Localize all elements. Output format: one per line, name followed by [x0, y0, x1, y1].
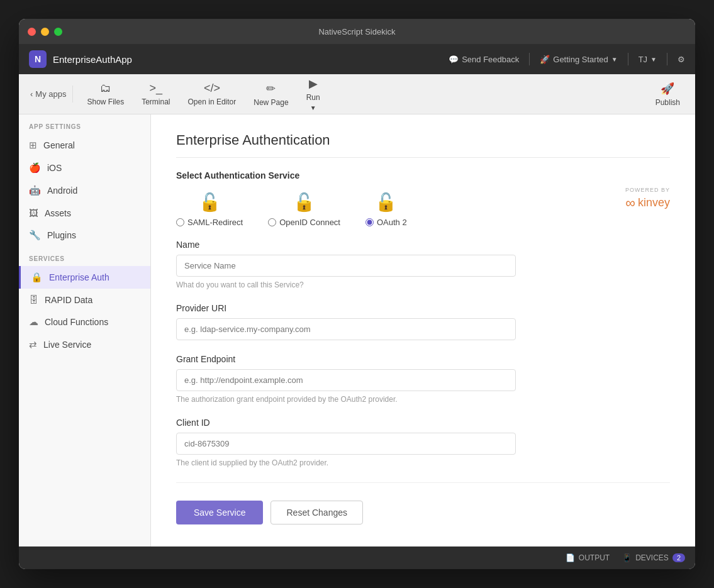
oauth2-radio-label[interactable]: OAuth 2: [365, 218, 407, 227]
sidebar-item-cloud-functions[interactable]: ☁ Cloud Functions: [19, 311, 150, 333]
chevron-left-icon: ‹: [30, 89, 33, 99]
openid-radio[interactable]: [268, 218, 276, 226]
back-to-myapps[interactable]: ‹ My apps: [24, 86, 73, 103]
name-hint: What do you want to call this Service?: [176, 280, 670, 289]
header-divider: [529, 53, 530, 65]
terminal-button[interactable]: >_ Terminal: [133, 77, 179, 111]
rapid-data-icon: 🗄: [29, 294, 38, 305]
header-actions: 💬 Send Feedback 🚀 Getting Started ▼ TJ ▼…: [449, 53, 685, 65]
name-label: Name: [176, 240, 670, 250]
settings-button[interactable]: ⚙: [678, 55, 685, 64]
sidebar-item-rapid-data[interactable]: 🗄 RAPID Data: [19, 289, 150, 311]
app-window: NativeScript Sidekick N EnterpriseAuthAp…: [19, 19, 695, 569]
client-id-hint: The client id supplied by the OAuth2 pro…: [176, 458, 670, 467]
main-layout: APP SETTINGS ⊞ General 🍎 iOS 🤖 Android 🖼…: [19, 114, 695, 546]
show-files-button[interactable]: 🗂 Show Files: [78, 77, 133, 111]
oauth2-choice: 🔓 OAuth 2: [365, 192, 407, 227]
titlebar: NativeScript Sidekick: [19, 19, 695, 44]
assets-icon: 🖼: [29, 208, 38, 218]
openid-choice: 🔓 OpenID Connect: [268, 192, 340, 227]
publish-icon: 🚀: [661, 82, 674, 96]
statusbar: 📄 OUTPUT 📱 DEVICES 2: [19, 546, 695, 569]
chevron-down-icon: ▼: [611, 56, 618, 63]
provider-uri-input[interactable]: [176, 318, 516, 340]
toolbar: ‹ My apps 🗂 Show Files >_ Terminal </> O…: [19, 74, 695, 114]
sidebar: APP SETTINGS ⊞ General 🍎 iOS 🤖 Android 🖼…: [19, 114, 151, 546]
client-id-input[interactable]: [176, 433, 516, 455]
saml-lock-icon: 🔓: [199, 192, 221, 213]
sidebar-item-general[interactable]: ⊞ General: [19, 134, 150, 157]
form-divider: [176, 482, 670, 483]
sidebar-item-live-service[interactable]: ⇄ Live Service: [19, 333, 150, 356]
saml-radio-label[interactable]: SAML-Redirect: [176, 218, 243, 227]
auth-service-left: Select Authentication Service 🔓 SAML-Red…: [176, 170, 407, 227]
close-button[interactable]: [28, 28, 36, 36]
settings-icon: ⚙: [678, 55, 685, 64]
enterprise-auth-icon: 🔒: [31, 272, 43, 283]
grant-endpoint-field-group: Grant Endpoint The authorization grant e…: [176, 354, 670, 404]
devices-count-badge: 2: [672, 553, 685, 562]
output-button[interactable]: 📄 OUTPUT: [566, 553, 610, 562]
kinvey-powered-by: POWERED BY: [625, 187, 670, 193]
rocket-icon: 🚀: [540, 55, 550, 64]
grant-endpoint-hint: The authorization grant endpoint provide…: [176, 395, 670, 404]
devices-button[interactable]: 📱 DEVICES 2: [622, 553, 685, 562]
files-icon: 🗂: [100, 82, 111, 95]
run-chevron-icon: ▼: [310, 104, 316, 111]
app-header: N EnterpriseAuthApp 💬 Send Feedback 🚀 Ge…: [19, 44, 695, 74]
provider-uri-field-group: Provider URI: [176, 303, 670, 340]
oauth2-lock-icon: 🔓: [375, 192, 397, 213]
getting-started-button[interactable]: 🚀 Getting Started ▼: [540, 55, 617, 64]
auth-section-label: Select Authentication Service: [176, 170, 407, 180]
openid-lock-icon: 🔓: [293, 192, 315, 213]
oauth2-radio[interactable]: [365, 218, 374, 226]
openid-radio-label[interactable]: OpenID Connect: [268, 218, 340, 227]
chevron-down-icon-2: ▼: [650, 56, 657, 63]
sidebar-item-ios[interactable]: 🍎 iOS: [19, 157, 150, 179]
run-button[interactable]: ▶ Run ▼: [298, 72, 329, 116]
maximize-button[interactable]: [54, 28, 62, 36]
app-name: EnterpriseAuthApp: [53, 54, 449, 65]
send-feedback-button[interactable]: 💬 Send Feedback: [449, 55, 519, 64]
minimize-button[interactable]: [41, 28, 49, 36]
save-service-button[interactable]: Save Service: [176, 501, 263, 524]
new-page-icon: ✏: [266, 82, 276, 96]
kinvey-brand: ∞ kinvey: [625, 195, 670, 211]
general-icon: ⊞: [29, 140, 37, 151]
app-settings-section-label: APP SETTINGS: [19, 114, 150, 134]
publish-button[interactable]: 🚀 Publish: [645, 77, 690, 112]
saml-choice: 🔓 SAML-Redirect: [176, 192, 243, 227]
grant-endpoint-label: Grant Endpoint: [176, 354, 670, 364]
header-divider-3: [667, 53, 667, 65]
output-icon: 📄: [566, 553, 575, 562]
user-menu-button[interactable]: TJ ▼: [639, 55, 657, 64]
provider-uri-label: Provider URI: [176, 303, 670, 313]
open-editor-button[interactable]: </> Open in Editor: [179, 77, 245, 111]
header-divider-2: [628, 53, 628, 65]
reset-changes-button[interactable]: Reset Changes: [271, 501, 363, 524]
cloud-icon: ☁: [29, 316, 38, 328]
window-title: NativeScript Sidekick: [318, 27, 395, 36]
plugins-icon: 🔧: [29, 230, 41, 241]
sidebar-item-enterprise-auth[interactable]: 🔒 Enterprise Auth: [19, 266, 150, 289]
auth-choices: 🔓 SAML-Redirect 🔓 OpenID Co: [176, 192, 407, 227]
app-logo: N: [29, 50, 47, 68]
kinvey-symbol-icon: ∞: [625, 195, 635, 211]
client-id-field-group: Client ID The client id supplied by the …: [176, 418, 670, 467]
auth-service-row: Select Authentication Service 🔓 SAML-Red…: [176, 170, 670, 227]
sidebar-item-plugins[interactable]: 🔧 Plugins: [19, 224, 150, 247]
saml-radio[interactable]: [176, 218, 184, 226]
sidebar-item-assets[interactable]: 🖼 Assets: [19, 202, 150, 224]
sidebar-item-android[interactable]: 🤖 Android: [19, 179, 150, 202]
terminal-icon: >_: [150, 82, 163, 95]
services-section-label: SERVICES: [19, 247, 150, 266]
page-title: Enterprise Authentication: [176, 132, 670, 158]
run-icon: ▶: [309, 77, 318, 91]
grant-endpoint-input[interactable]: [176, 369, 516, 391]
live-service-icon: ⇄: [29, 339, 37, 350]
new-page-button[interactable]: ✏ New Page: [245, 77, 297, 112]
name-input[interactable]: [176, 255, 516, 277]
android-icon: 🤖: [29, 185, 41, 196]
client-id-label: Client ID: [176, 418, 670, 428]
kinvey-logo: POWERED BY ∞ kinvey: [625, 187, 670, 211]
